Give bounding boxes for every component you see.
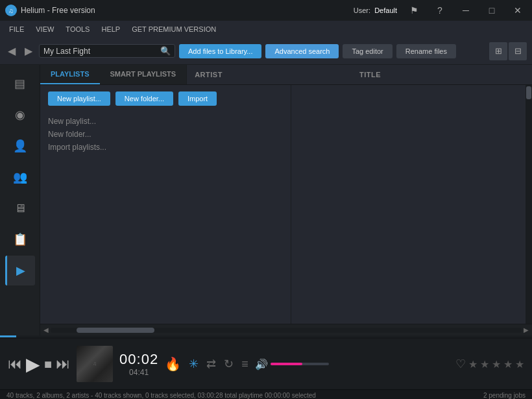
app-icon: ♫ — [5, 5, 17, 16]
sidebar-item-monitor[interactable]: 🖥 — [5, 193, 35, 223]
sidebar: ▤ ◉ 👤 👥 🖥 📋 ▶ — [0, 65, 40, 335]
tag-editor-button[interactable]: Tag editor — [343, 44, 392, 58]
stop-button[interactable]: ■ — [44, 357, 52, 372]
album-art-image: ♫ — [77, 346, 113, 382]
search-icon: 🔍 — [160, 46, 171, 56]
sidebar-item-disc[interactable]: ◉ — [5, 100, 35, 130]
volume-fill — [271, 363, 303, 365]
new-playlist-button[interactable]: New playlist... — [48, 91, 110, 106]
rename-files-button[interactable]: Rename files — [396, 44, 456, 58]
vertical-scrollbar[interactable] — [526, 85, 532, 324]
shuffle-button[interactable]: ⇄ — [206, 357, 216, 371]
col-header-artist: ARTIST — [195, 71, 359, 79]
star-1[interactable]: ★ — [468, 358, 478, 370]
advanced-search-button[interactable]: Advanced search — [265, 44, 339, 58]
volume-control: 🔊 — [255, 358, 329, 370]
scroll-left-arrow[interactable]: ◀ — [42, 326, 51, 333]
h-scrollbar[interactable] — [51, 328, 522, 333]
sidebar-item-contact[interactable]: 👥 — [5, 162, 35, 192]
star-4[interactable]: ★ — [503, 358, 513, 370]
prev-button[interactable]: ⏮ — [8, 356, 22, 372]
title-left: ♫ Helium - Free version — [5, 5, 95, 16]
menu-view[interactable]: VIEW — [30, 23, 59, 35]
flag-button[interactable]: ⚑ — [405, 3, 423, 18]
view-grid-button[interactable]: ⊞ — [489, 42, 507, 60]
menu-help[interactable]: HELP — [96, 23, 125, 35]
forward-button[interactable]: ▶ — [22, 43, 35, 58]
title-bar: ♫ Helium - Free version User: Default ⚑ … — [0, 0, 532, 21]
playlist-area: New playlist... New folder... Import New… — [40, 85, 291, 324]
volume-icon: 🔊 — [255, 358, 268, 370]
sidebar-item-playlist[interactable]: ▶ — [5, 256, 35, 285]
user-label: User: Default — [354, 6, 397, 14]
asterisk-button[interactable]: ✳ — [189, 357, 199, 371]
main-layout: ▤ ◉ 👤 👥 🖥 📋 ▶ PLAYLISTS SMART PLAYLISTS … — [0, 65, 532, 335]
playlist-text-import[interactable]: Import playlists... — [48, 141, 283, 154]
h-scroll-thumb[interactable] — [77, 328, 154, 333]
search-input[interactable] — [43, 47, 160, 56]
album-art: ♫ — [77, 346, 113, 382]
title-text: Helium - Free version — [21, 6, 95, 15]
volume-bar[interactable] — [271, 363, 329, 365]
tab-playlists[interactable]: PLAYLISTS — [40, 65, 100, 84]
toolbar: ◀ ▶ 🔍 Add files to Library... Advanced s… — [0, 38, 532, 65]
menu-premium[interactable]: GET PREMIUM VERSION — [127, 23, 221, 35]
scroll-right-arrow[interactable]: ▶ — [522, 326, 531, 333]
rating-area: ♡ ★ ★ ★ ★ ★ — [455, 357, 524, 371]
next-button[interactable]: ⏭ — [56, 356, 70, 372]
playlist-text-new[interactable]: New playlist... — [48, 115, 283, 128]
status-pending: 2 pending jobs — [483, 392, 526, 399]
back-button[interactable]: ◀ — [5, 43, 18, 58]
close-button[interactable]: ✕ — [509, 3, 527, 18]
heart-button[interactable]: ♡ — [455, 357, 466, 371]
sidebar-item-library[interactable]: ▤ — [5, 69, 35, 99]
user-info: User: Default ⚑ ? ─ □ ✕ — [354, 3, 527, 18]
add-files-button[interactable]: Add files to Library... — [179, 44, 261, 58]
star-2[interactable]: ★ — [480, 358, 489, 370]
search-box: 🔍 — [39, 44, 175, 58]
view-list-button[interactable]: ⊟ — [509, 42, 527, 60]
now-playing-bar: ⏮ ▶ ■ ⏭ ♫ 00:02 04:41 🔥 ✳ ⇄ ↻ ≡ 🔊 ♡ ★ ★ … — [0, 337, 532, 389]
col-header-title: TITLE — [359, 71, 524, 79]
status-bar: 40 tracks, 2 albums, 2 artists - 40 trac… — [0, 389, 532, 399]
total-time: 04:41 — [129, 368, 149, 377]
transport-controls: ⏮ ▶ ■ ⏭ — [8, 354, 70, 375]
help-button[interactable]: ? — [431, 3, 449, 18]
minimize-button[interactable]: ─ — [457, 3, 475, 18]
import-button[interactable]: Import — [178, 91, 217, 106]
playback-extras: 🔥 ✳ ⇄ ↻ ≡ — [165, 356, 248, 372]
star-3[interactable]: ★ — [492, 358, 501, 370]
repeat-button[interactable]: ↻ — [224, 357, 234, 371]
content: PLAYLISTS SMART PLAYLISTS ARTIST TITLE N… — [40, 65, 532, 335]
maximize-button[interactable]: □ — [483, 3, 501, 18]
horizontal-scroll-area: ◀ ▶ — [40, 324, 532, 335]
play-button[interactable]: ▶ — [26, 354, 40, 375]
tabs: PLAYLISTS SMART PLAYLISTS — [40, 65, 186, 84]
menu-extra-button[interactable]: ≡ — [241, 357, 248, 371]
status-text: 40 tracks, 2 albums, 2 artists - 40 trac… — [6, 392, 316, 399]
view-buttons: ⊞ ⊟ — [489, 42, 527, 60]
playlist-actions: New playlist... New folder... Import — [48, 91, 283, 106]
menu-tools[interactable]: TOOLS — [60, 23, 95, 35]
menu-file[interactable]: FILE — [4, 23, 29, 35]
tab-smart-playlists[interactable]: SMART PLAYLISTS — [100, 65, 187, 84]
menu-bar: FILE VIEW TOOLS HELP GET PREMIUM VERSION — [0, 21, 532, 38]
sidebar-item-person[interactable]: 👤 — [5, 131, 35, 161]
current-time: 00:02 — [119, 351, 158, 368]
time-display: 00:02 04:41 — [119, 351, 158, 377]
track-list-area — [291, 85, 526, 324]
new-folder-button[interactable]: New folder... — [115, 91, 173, 106]
sidebar-item-notes[interactable]: 📋 — [5, 224, 35, 254]
fire-button[interactable]: 🔥 — [165, 356, 181, 372]
playlist-text-folder[interactable]: New folder... — [48, 128, 283, 141]
star-5[interactable]: ★ — [515, 358, 524, 370]
